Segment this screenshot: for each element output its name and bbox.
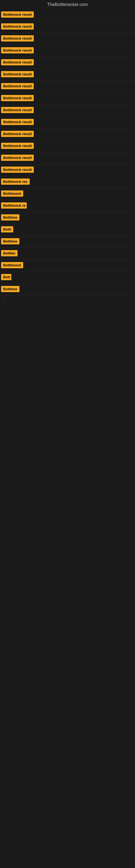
bottleneck-badge[interactable]: Bottleneck	[1, 262, 23, 268]
list-item: Bottleneck re	[0, 200, 135, 212]
bottleneck-badge[interactable]: Bottlene	[1, 238, 19, 244]
bottleneck-badge[interactable]: Bottleneck result	[1, 59, 34, 65]
bottleneck-badge[interactable]: Bottleneck res	[1, 179, 30, 185]
list-item: Bottleneck result	[0, 81, 135, 93]
list-item: Bottlene	[0, 284, 135, 296]
list-item: Bottleneck result	[0, 129, 135, 141]
list-item: Bottleneck result	[0, 9, 135, 21]
bottleneck-badge[interactable]: Bottleneck re	[1, 203, 27, 209]
site-title: TheBottlenecker.com	[0, 0, 135, 9]
bottleneck-badge[interactable]: Bottleneck result	[1, 166, 34, 173]
list-item: Bottlene	[0, 236, 135, 248]
bottleneck-badge[interactable]: Bottlene	[1, 214, 19, 220]
list-item: Bottleneck result	[0, 33, 135, 45]
list-item: Bottleneck result	[0, 93, 135, 105]
bottleneck-badge[interactable]: Bottleneck result	[1, 155, 34, 161]
list-item: Bottleneck	[0, 188, 135, 200]
bottleneck-badge[interactable]: Bottleneck result	[1, 83, 34, 89]
list-item: Bottleneck result	[0, 164, 135, 176]
bottleneck-badge[interactable]: Bottleneck result	[1, 35, 34, 41]
bottom-section	[0, 305, 135, 468]
bottleneck-badge[interactable]: Bottleneck result	[1, 119, 34, 125]
list-item: Bottleneck res	[0, 176, 135, 188]
bottleneck-badge[interactable]: Bottleneck result	[1, 47, 34, 54]
bottleneck-badge[interactable]: Bottleneck	[1, 190, 23, 197]
bottleneck-badge[interactable]: Bottleneck result	[1, 71, 34, 77]
bottleneck-badge[interactable]: Bottlen	[1, 250, 17, 256]
list-item: Bottleneck result	[0, 152, 135, 164]
list-item: Bottleneck result	[0, 141, 135, 152]
ellipsis-section: ...	[0, 296, 135, 305]
list-item: Bottleneck result	[0, 69, 135, 81]
list-item: Bott	[0, 272, 135, 284]
bottleneck-badge[interactable]: Bottleneck result	[1, 23, 34, 30]
list-item: Bottlen	[0, 248, 135, 260]
list-item: Bottleneck result	[0, 105, 135, 117]
bottleneck-badge[interactable]: Bottlene	[1, 286, 19, 292]
list-item: Bottleneck result	[0, 57, 135, 69]
list-item: Bottl	[0, 224, 135, 236]
bottleneck-badge[interactable]: Bottleneck result	[1, 11, 34, 18]
bottleneck-badge[interactable]: Bottleneck result	[1, 107, 34, 113]
bottleneck-badge[interactable]: Bottleneck result	[1, 95, 34, 101]
site-header: TheBottlenecker.com	[0, 0, 135, 9]
bottleneck-badge[interactable]: Bottl	[1, 226, 13, 232]
list-item: Bottleneck result	[0, 45, 135, 57]
list-item: Bottleneck	[0, 260, 135, 272]
bottleneck-badge[interactable]: Bottleneck result	[1, 131, 34, 137]
results-list: Bottleneck resultBottleneck resultBottle…	[0, 9, 135, 296]
list-item: Bottleneck result	[0, 117, 135, 129]
list-item: Bottlene	[0, 212, 135, 224]
ellipsis-text: ...	[1, 297, 6, 304]
bottleneck-badge[interactable]: Bottleneck result	[1, 143, 34, 149]
bottleneck-badge[interactable]: Bott	[1, 274, 11, 280]
list-item: Bottleneck result	[0, 21, 135, 33]
